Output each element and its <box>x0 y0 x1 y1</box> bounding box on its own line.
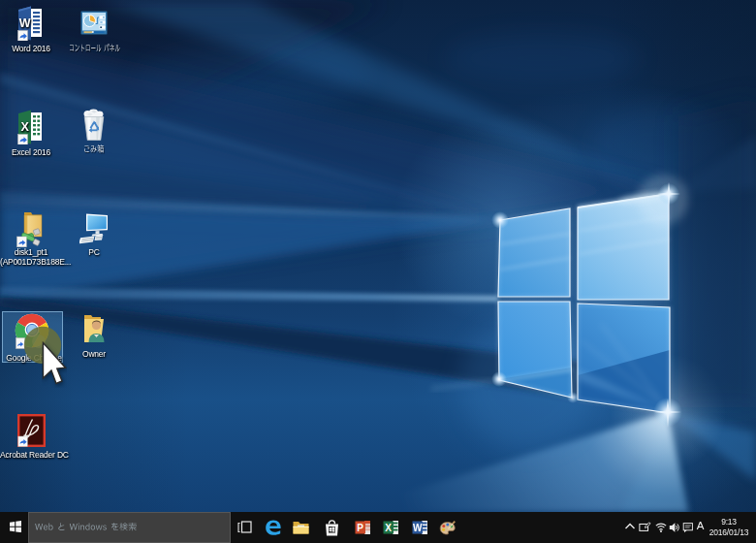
svg-text:P: P <box>357 523 363 533</box>
svg-text:X: X <box>385 523 392 533</box>
svg-text:W: W <box>19 16 31 30</box>
svg-text:W: W <box>413 523 423 533</box>
svg-text:X: X <box>20 120 29 134</box>
